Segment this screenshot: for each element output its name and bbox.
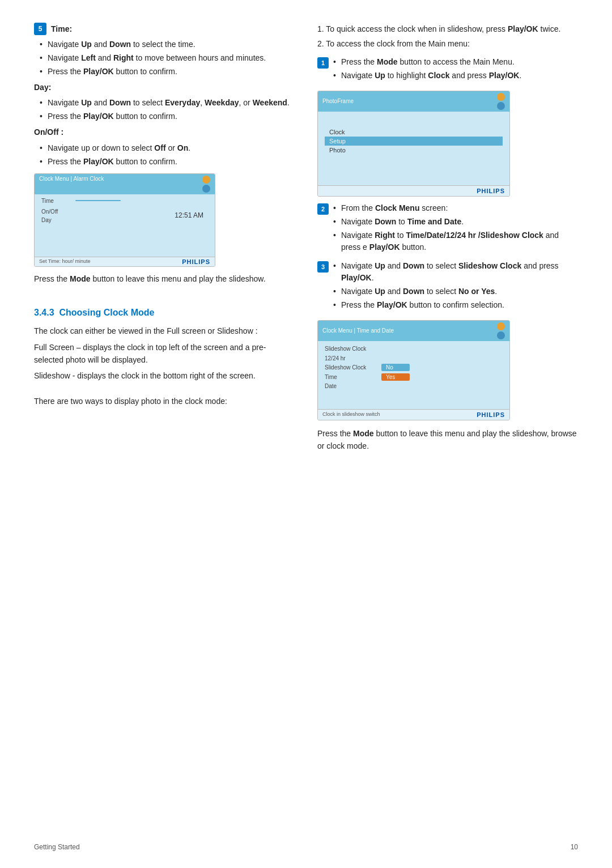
left-bold: Left bbox=[81, 53, 96, 62]
alarm-time-value bbox=[75, 200, 121, 201]
step5-header: 5 Time: bbox=[34, 23, 295, 35]
step2-bullets: From the Clock Menu screen: Navigate Dow… bbox=[333, 202, 578, 253]
step1-content: Press the Mode button to access the Main… bbox=[333, 56, 578, 85]
step1-container: 1 Press the Mode button to access the Ma… bbox=[317, 56, 578, 85]
clock-header: Clock Menu | Time and Date bbox=[318, 321, 509, 341]
time-bullets: Navigate Up and Down to select the time.… bbox=[34, 39, 295, 78]
alarm-philips-logo: PHILIPS bbox=[182, 258, 210, 265]
clock-header-title: Clock Menu | Time and Date bbox=[322, 327, 394, 334]
alarm-header-title: Clock Menu | Alarm Clock bbox=[39, 176, 104, 193]
section-number: 3.4.3 bbox=[34, 308, 54, 317]
alarm-controls bbox=[202, 176, 210, 193]
step2-bullet-3: Navigate Right to Time/Date/12/24 hr /Sl… bbox=[333, 229, 578, 253]
day-bullet-1: Navigate Up and Down to select Everyday,… bbox=[40, 97, 295, 109]
clock-philips-logo: PHILIPS bbox=[477, 411, 505, 418]
time-bullet-1: Navigate Up and Down to select the time. bbox=[40, 39, 295, 50]
clock-row-1224: 12/24 hr bbox=[325, 355, 503, 361]
section-heading: Choosing Clock Mode bbox=[59, 308, 154, 317]
alarm-header: Clock Menu | Alarm Clock bbox=[35, 174, 215, 194]
step1-badge: 1 bbox=[317, 57, 329, 69]
clock-ctrl-2 bbox=[497, 331, 505, 339]
page: 5 Time: Navigate Up and Down to select t… bbox=[0, 0, 612, 868]
down-bold: Down bbox=[109, 40, 131, 49]
clock-sub-header: Slideshow Clock bbox=[325, 346, 503, 352]
clock-time-val: Yes bbox=[381, 373, 410, 381]
clock-controls bbox=[497, 322, 505, 339]
clock-row-time: Time Yes bbox=[325, 373, 503, 381]
onoff-label: On/Off : bbox=[34, 126, 295, 138]
footer-page-number: 10 bbox=[571, 843, 578, 851]
alarm-time-label: Time bbox=[41, 198, 75, 204]
step3-content: Navigate Up and Down to select Slideshow… bbox=[333, 260, 578, 314]
pf-controls bbox=[497, 93, 505, 110]
pf-ctrl-2 bbox=[497, 102, 505, 110]
clock-row-date: Date bbox=[325, 383, 503, 389]
intro-line2: 2. To access the clock from the Main men… bbox=[317, 37, 578, 50]
press-mode2-text: Press the Mode button to leave this menu… bbox=[317, 427, 578, 453]
section-343-title: 3.4.3 Choosing Clock Mode bbox=[34, 308, 295, 318]
section-para3: Slideshow - displays the clock in the bo… bbox=[34, 369, 295, 382]
clock-footer-text: Clock in slideshow switch bbox=[322, 411, 380, 418]
step1-bullet-1: Press the Mode button to access the Main… bbox=[333, 56, 578, 68]
up-bold: Up bbox=[81, 40, 92, 49]
time-bullet-3: Press the Play/OK button to confirm. bbox=[40, 66, 295, 78]
onoff-bullet-2: Press the Play/OK button to confirm. bbox=[40, 156, 295, 168]
step2-badge: 2 bbox=[317, 203, 329, 215]
section-para4: There are two ways to display photo in t… bbox=[34, 395, 295, 407]
left-column: 5 Time: Navigate Up and Down to select t… bbox=[34, 23, 295, 456]
step1-bullet-2: Navigate Up to highlight Clock and press… bbox=[333, 70, 578, 82]
alarm-row-time: Time bbox=[41, 198, 208, 204]
alarm-footer: Set Time: hour/ minute PHILIPS bbox=[35, 257, 215, 266]
onoff-bullets: Navigate up or down to select Off or On.… bbox=[34, 142, 295, 168]
pf-menu-clock: Clock bbox=[325, 127, 503, 137]
step3-bullet-1: Navigate Up and Down to select Slideshow… bbox=[333, 260, 578, 284]
step3-bullet-2: Navigate Up and Down to select No or Yes… bbox=[333, 286, 578, 297]
step3-container: 3 Navigate Up and Down to select Slidesh… bbox=[317, 260, 578, 314]
clock-ctrl-1 bbox=[497, 322, 505, 330]
section-343: 3.4.3 Choosing Clock Mode The clock can … bbox=[34, 308, 295, 407]
clock-screen: Clock Menu | Time and Date Slideshow Clo… bbox=[317, 320, 510, 420]
clock-slideshow-label: Slideshow Clock bbox=[325, 364, 381, 371]
press-mode-text: Press the Mode button to leave this menu… bbox=[34, 273, 295, 285]
clock-time-label: Time bbox=[325, 374, 381, 380]
onoff-bullet-1: Navigate up or down to select Off or On. bbox=[40, 142, 295, 154]
section-para2: Full Screen – displays the clock in top … bbox=[34, 341, 295, 367]
photoframe-body: Clock Setup Photo bbox=[318, 112, 509, 185]
photoframe-header: PhotoFrame bbox=[318, 91, 509, 112]
clock-date-label: Date bbox=[325, 383, 381, 389]
mode-bold: Mode bbox=[70, 274, 91, 283]
step2-container: 2 From the Clock Menu screen: Navigate D… bbox=[317, 202, 578, 257]
step2-content: From the Clock Menu screen: Navigate Dow… bbox=[333, 202, 578, 257]
step3-badge: 3 bbox=[317, 261, 329, 273]
clock-slideshow-val: No bbox=[381, 364, 410, 371]
pf-menu-photo: Photo bbox=[325, 146, 503, 155]
step3-bullets: Navigate Up and Down to select Slideshow… bbox=[333, 260, 578, 311]
step2-bullet-2: Navigate Down to Time and Date. bbox=[333, 216, 578, 228]
ctrl-btn-1 bbox=[202, 176, 210, 184]
footer-left: Getting Started bbox=[34, 843, 80, 851]
page-footer: Getting Started 10 bbox=[0, 843, 612, 851]
step5-badge: 5 bbox=[34, 23, 46, 35]
alarm-time-display: 12:51 AM bbox=[175, 211, 203, 219]
playok-intro: Play/OK bbox=[508, 24, 538, 33]
pf-ctrl-1 bbox=[497, 93, 505, 101]
time-bullet-2: Navigate Left and Right to move between … bbox=[40, 52, 295, 64]
pf-menu: Clock Setup Photo bbox=[325, 127, 503, 155]
alarm-screen: Clock Menu | Alarm Clock Time On/Off bbox=[34, 173, 215, 267]
intro-line1: 1. To quick access the clock when in sli… bbox=[317, 23, 578, 35]
photoframe-footer: PHILIPS bbox=[318, 185, 509, 196]
photoframe-title: PhotoFrame bbox=[322, 98, 354, 104]
ctrl-btn-2 bbox=[202, 185, 210, 193]
step1-bullets: Press the Mode button to access the Main… bbox=[333, 56, 578, 82]
main-content: 5 Time: Navigate Up and Down to select t… bbox=[34, 23, 578, 456]
alarm-onoff-label: On/Off bbox=[41, 209, 75, 215]
alarm-day-label: Day bbox=[41, 217, 75, 223]
day-label: Day: bbox=[34, 81, 295, 93]
clock-row-slideshow: Slideshow Clock No bbox=[325, 364, 503, 371]
clock-footer: Clock in slideshow switch PHILIPS bbox=[318, 409, 509, 420]
day-bullet-2: Press the Play/OK button to confirm. bbox=[40, 110, 295, 122]
right-bold: Right bbox=[113, 53, 134, 62]
step3-bullet-3: Press the Play/OK button to confirm sele… bbox=[333, 299, 578, 311]
pf-philips-logo: PHILIPS bbox=[477, 188, 505, 194]
photoframe-screen: PhotoFrame Clock Setup Photo PHILIPS bbox=[317, 91, 510, 197]
